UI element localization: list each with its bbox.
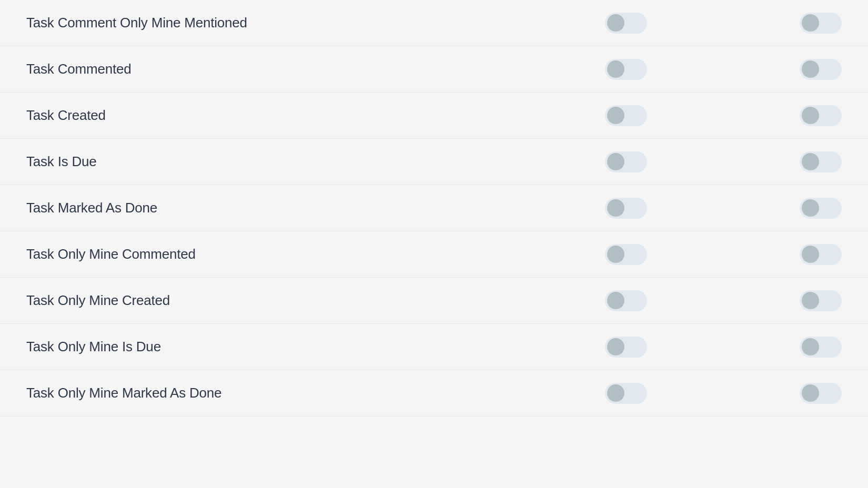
toggle-knob-task-marked-as-done-push <box>802 199 819 217</box>
toggles-container-task-only-mine-commented <box>605 244 842 265</box>
label-task-commented: Task Commented <box>26 61 605 77</box>
toggle-knob-task-is-due-push <box>802 153 819 170</box>
toggle-knob-task-created-push <box>802 107 819 124</box>
toggle-knob-task-only-mine-commented-email <box>607 246 624 263</box>
label-task-comment-only-mine-mentioned: Task Comment Only Mine Mentioned <box>26 15 605 31</box>
toggles-container-task-commented <box>605 59 842 80</box>
toggle-knob-task-marked-as-done-email <box>607 199 624 217</box>
toggles-container-task-created <box>605 105 842 126</box>
toggles-container-task-only-mine-is-due <box>605 337 842 358</box>
toggle-knob-task-only-mine-is-due-push <box>802 338 819 355</box>
toggle-task-created-push[interactable] <box>800 105 842 126</box>
settings-row-task-created: Task Created <box>0 93 868 139</box>
label-task-created: Task Created <box>26 107 605 124</box>
toggle-task-comment-only-mine-mentioned-push[interactable] <box>800 13 842 34</box>
toggle-knob-task-only-mine-created-email <box>607 292 624 309</box>
toggle-knob-task-only-mine-commented-push <box>802 246 819 263</box>
toggle-task-only-mine-marked-as-done-email[interactable] <box>605 383 647 404</box>
settings-row-task-only-mine-is-due: Task Only Mine Is Due <box>0 324 868 370</box>
toggle-task-only-mine-is-due-push[interactable] <box>800 337 842 358</box>
toggle-task-only-mine-marked-as-done-push[interactable] <box>800 383 842 404</box>
settings-list: Task Comment Only Mine MentionedTask Com… <box>0 0 868 416</box>
toggle-task-commented-email[interactable] <box>605 59 647 80</box>
toggle-knob-task-is-due-email <box>607 153 624 170</box>
toggles-container-task-is-due <box>605 151 842 172</box>
label-task-only-mine-marked-as-done: Task Only Mine Marked As Done <box>26 385 605 401</box>
toggle-knob-task-commented-push <box>802 60 819 78</box>
toggle-knob-task-only-mine-marked-as-done-push <box>802 384 819 402</box>
toggle-task-is-due-email[interactable] <box>605 151 647 172</box>
toggle-task-commented-push[interactable] <box>800 59 842 80</box>
toggle-knob-task-only-mine-is-due-email <box>607 338 624 355</box>
toggle-task-only-mine-created-email[interactable] <box>605 290 647 311</box>
toggles-container-task-only-mine-created <box>605 290 842 311</box>
settings-row-task-is-due: Task Is Due <box>0 139 868 185</box>
settings-row-task-only-mine-marked-as-done: Task Only Mine Marked As Done <box>0 370 868 416</box>
toggle-task-only-mine-created-push[interactable] <box>800 290 842 311</box>
label-task-is-due: Task Is Due <box>26 154 605 170</box>
toggle-task-created-email[interactable] <box>605 105 647 126</box>
settings-row-task-only-mine-commented: Task Only Mine Commented <box>0 231 868 278</box>
settings-row-task-commented: Task Commented <box>0 46 868 93</box>
toggle-knob-task-comment-only-mine-mentioned-email <box>607 14 624 32</box>
settings-row-task-marked-as-done: Task Marked As Done <box>0 185 868 231</box>
toggle-task-marked-as-done-email[interactable] <box>605 198 647 219</box>
settings-row-task-comment-only-mine-mentioned: Task Comment Only Mine Mentioned <box>0 0 868 46</box>
toggle-knob-task-created-email <box>607 107 624 124</box>
toggle-task-is-due-push[interactable] <box>800 151 842 172</box>
label-task-only-mine-commented: Task Only Mine Commented <box>26 246 605 262</box>
toggle-knob-task-commented-email <box>607 60 624 78</box>
toggle-knob-task-comment-only-mine-mentioned-push <box>802 14 819 32</box>
label-task-only-mine-is-due: Task Only Mine Is Due <box>26 339 605 355</box>
toggle-knob-task-only-mine-marked-as-done-email <box>607 384 624 402</box>
toggle-knob-task-only-mine-created-push <box>802 292 819 309</box>
toggle-task-only-mine-commented-push[interactable] <box>800 244 842 265</box>
toggles-container-task-marked-as-done <box>605 198 842 219</box>
settings-row-task-only-mine-created: Task Only Mine Created <box>0 278 868 324</box>
toggles-container-task-only-mine-marked-as-done <box>605 383 842 404</box>
toggle-task-comment-only-mine-mentioned-email[interactable] <box>605 13 647 34</box>
label-task-marked-as-done: Task Marked As Done <box>26 200 605 216</box>
label-task-only-mine-created: Task Only Mine Created <box>26 292 605 309</box>
toggle-task-marked-as-done-push[interactable] <box>800 198 842 219</box>
toggle-task-only-mine-commented-email[interactable] <box>605 244 647 265</box>
toggles-container-task-comment-only-mine-mentioned <box>605 13 842 34</box>
toggle-task-only-mine-is-due-email[interactable] <box>605 337 647 358</box>
